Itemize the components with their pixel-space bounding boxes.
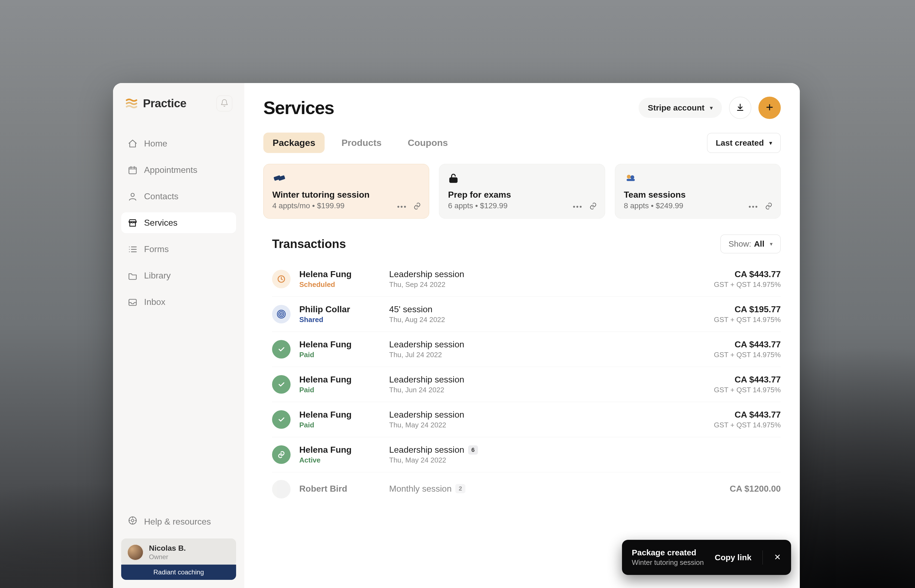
tab-packages[interactable]: Packages [264, 132, 325, 153]
transaction-tax: GST + QST 14.975% [683, 351, 781, 359]
sidebar: Practice Home Appointments [113, 83, 244, 588]
main: Services Stripe account ▾ [244, 83, 800, 588]
tab-coupons[interactable]: Coupons [398, 132, 457, 153]
tab-products[interactable]: Products [332, 132, 391, 153]
package-card[interactable]: Team sessions 8 appts • $249.99 ••• [615, 164, 781, 219]
tab-label: Products [341, 137, 382, 148]
session-count-badge: 2 [455, 484, 465, 493]
more-icon: ••• [397, 202, 407, 211]
sidebar-footer: Help & resources Nicolas B. Owner Radian… [121, 510, 236, 580]
package-title: Team sessions [624, 190, 772, 200]
sidebar-item-label: Home [144, 139, 167, 149]
transaction-amount: CA $1200.00 [683, 484, 781, 494]
sidebar-item-forms[interactable]: Forms [121, 239, 236, 260]
svg-point-8 [630, 175, 634, 179]
sidebar-item-label: Contacts [144, 191, 178, 202]
filter-prefix: Show: [729, 239, 751, 249]
copy-link-button[interactable] [764, 202, 773, 211]
user-icon [128, 192, 137, 202]
sidebar-item-appointments[interactable]: Appointments [121, 160, 236, 181]
package-actions: ••• [749, 202, 773, 211]
package-actions: ••• [397, 202, 422, 211]
link-icon [413, 202, 421, 211]
transaction-status: Paid [299, 351, 386, 359]
notifications-button[interactable] [217, 95, 232, 111]
copy-link-button[interactable] [412, 202, 422, 211]
filter-value: All [754, 239, 765, 249]
app-window: Practice Home Appointments [113, 83, 800, 588]
transaction-status-icon [272, 305, 291, 323]
brand[interactable]: Practice [125, 96, 186, 110]
svg-point-7 [627, 175, 631, 179]
transaction-status-icon [272, 445, 291, 464]
transaction-session: Leadership session [389, 269, 680, 279]
more-button[interactable]: ••• [397, 202, 407, 211]
sidebar-item-home[interactable]: Home [121, 133, 236, 154]
close-icon [774, 553, 781, 562]
header-actions: Stripe account ▾ [639, 97, 781, 119]
toast-title: Package created [632, 548, 704, 557]
sidebar-item-services[interactable]: Services [121, 212, 236, 233]
user-name: Nicolas B. [149, 544, 186, 552]
group-icon [624, 172, 772, 184]
link-icon [765, 202, 773, 211]
copy-link-button[interactable] [588, 202, 598, 211]
transaction-row[interactable]: Helena Fung Paid Leadership session Thu,… [272, 332, 781, 367]
sidebar-item-library[interactable]: Library [121, 265, 236, 286]
transaction-row[interactable]: Helena Fung Paid Leadership session Thu,… [272, 402, 781, 437]
toast-close-button[interactable] [774, 553, 781, 562]
transaction-status-icon [272, 340, 291, 359]
link-icon [589, 202, 597, 211]
caret-down-icon: ▾ [769, 140, 772, 146]
toast-copy-link-button[interactable]: Copy link [715, 553, 751, 562]
sidebar-item-inbox[interactable]: Inbox [121, 292, 236, 312]
tickets-icon [272, 172, 420, 184]
transaction-amount: CA $443.77 [683, 410, 781, 420]
transaction-tax: GST + QST 14.975% [683, 280, 781, 289]
sidebar-item-contacts[interactable]: Contacts [121, 186, 236, 207]
sort-dropdown[interactable]: Last created ▾ [707, 133, 781, 153]
package-card[interactable]: Winter tutoring session 4 appts/mo • $19… [264, 164, 429, 219]
stripe-account-dropdown[interactable]: Stripe account ▾ [639, 98, 722, 118]
sidebar-item-label: Services [144, 218, 178, 228]
plus-icon [765, 103, 774, 113]
transaction-row[interactable]: Helena Fung Active Leadership session 6 … [272, 437, 781, 472]
org-switcher[interactable]: Radiant coaching [121, 565, 236, 580]
user-card[interactable]: Nicolas B. Owner [121, 538, 236, 566]
more-button[interactable]: ••• [573, 202, 582, 211]
create-button[interactable] [758, 97, 781, 119]
brand-logo-icon [125, 96, 138, 110]
package-card[interactable]: Prep for exams 6 appts • $129.99 ••• [439, 164, 605, 219]
inbox-icon [128, 297, 137, 307]
download-icon [736, 103, 745, 113]
transaction-tax: GST + QST 14.975% [683, 421, 781, 429]
transaction-status-icon [272, 410, 291, 429]
transaction-row[interactable]: Philip Collar Shared 45' session Thu, Au… [272, 297, 781, 332]
sidebar-item-label: Appointments [144, 165, 197, 175]
download-button[interactable] [729, 97, 751, 119]
transaction-status: Scheduled [299, 280, 386, 289]
transaction-row[interactable]: Helena Fung Paid Leadership session Thu,… [272, 367, 781, 402]
transactions-list: Helena Fung Scheduled Leadership session… [264, 262, 781, 506]
transaction-session: Leadership session [389, 375, 680, 384]
divider [763, 551, 763, 565]
caret-down-icon: ▾ [770, 241, 773, 247]
transaction-name: Helena Fung [299, 375, 386, 384]
home-icon [128, 139, 137, 149]
sidebar-item-help[interactable]: Help & resources [121, 510, 236, 533]
more-button[interactable]: ••• [749, 202, 758, 211]
transaction-row[interactable]: Robert Bird Monthly session 2 CA $1200.0… [272, 472, 781, 506]
transaction-date: Thu, Jun 24 2022 [389, 386, 680, 394]
transaction-row[interactable]: Helena Fung Scheduled Leadership session… [272, 262, 781, 297]
org-name: Radiant coaching [153, 569, 204, 576]
transaction-session: Leadership session [389, 410, 680, 420]
transaction-tax: GST + QST 14.975% [683, 386, 781, 394]
transaction-date: Thu, May 24 2022 [389, 456, 680, 464]
transaction-name: Helena Fung [299, 269, 386, 279]
transaction-status-icon [272, 375, 291, 394]
transactions-filter[interactable]: Show: All ▾ [720, 234, 781, 254]
transaction-status: Shared [299, 315, 386, 324]
user-role: Owner [149, 553, 186, 561]
sidebar-item-label: Library [144, 271, 171, 281]
calendar-icon [128, 165, 137, 175]
